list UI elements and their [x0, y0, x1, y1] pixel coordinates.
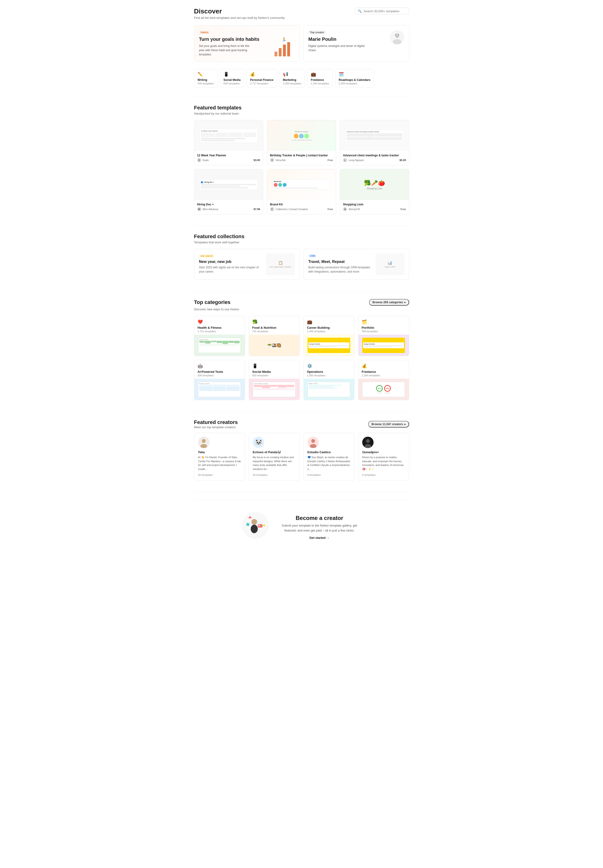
- creator-avatar-2: [308, 437, 319, 448]
- become-creator-section: Become a creator Submit your template to…: [194, 500, 409, 554]
- collection-tag-1: CRM: [308, 254, 317, 258]
- template-price-3: $7.99: [254, 208, 260, 210]
- hero-creator-card[interactable]: Top creator Marie Poulin Digital systems…: [303, 25, 409, 62]
- roadmaps-icon: 🗓️: [339, 72, 344, 77]
- template-info-row-0: E Eado $3.00: [197, 158, 260, 162]
- creator-name-3: 1tunedpro+: [362, 450, 405, 454]
- template-author-5: A Ahmad M: [343, 207, 360, 211]
- cat-card-health[interactable]: ❤️ Health & Fitness 1,721 templates Heal…: [194, 316, 245, 356]
- creator-card-1[interactable]: 🐼 Echoes of Panda🐼 My focus is on creati…: [249, 433, 300, 480]
- template-info-3: Hiring Doc + M Mmr Advisory $7.99: [194, 200, 263, 214]
- cat-card-header-portfolio: 🗂️ Portfolio 308 templates: [359, 316, 409, 335]
- svg-point-22: [251, 519, 257, 525]
- cat-card-header-health: ❤️ Health & Fitness 1,721 templates: [194, 316, 245, 335]
- creator-card-3[interactable]: 1tunedpro+ Driven by a purpose to realiz…: [358, 433, 409, 480]
- featured-creators-section: Featured creators Meet our top template …: [194, 419, 409, 480]
- template-thumb-3: 👥 Hiring Doc +: [194, 169, 263, 200]
- category-pill-writing[interactable]: ✏️ Writing 430 templates: [194, 69, 218, 88]
- featured-collections-section: Featured collections Templates that work…: [194, 233, 409, 280]
- template-info-2: Advanced client meetings & tasks tracker…: [340, 151, 409, 165]
- cat-card-food[interactable]: 🥦 Food & Nutrition 731 templates 🥗🍱🥘: [249, 316, 300, 356]
- creator-name-0: Teka: [198, 450, 241, 454]
- collection-card-1[interactable]: CRM Travel, Meet, Repeat Build lasting c…: [303, 249, 409, 280]
- ai-cat-icon: 🤖: [198, 363, 241, 369]
- creator-tag: Top creator: [308, 31, 326, 34]
- template-thumb-2: Advanced client meetings & tasks tracker: [340, 120, 409, 151]
- collection-text-0: Job search New year, new job Start 2025 …: [199, 254, 263, 274]
- page-subtitle: Find all the best templates and set-ups …: [194, 16, 285, 20]
- cat-card-social[interactable]: 📱 Social Media 830 templates Social Medi…: [249, 360, 300, 400]
- cat-card-header-career: 💼 Career Building 1,445 templates: [304, 316, 354, 335]
- hero-habits-card[interactable]: Habits Turn your goals into habits Set y…: [194, 25, 300, 62]
- cat-card-portfolio[interactable]: 🗂️ Portfolio 308 templates Design Portfo…: [358, 316, 409, 356]
- collection-thumb-box-1: 📊 Sales CRM: [376, 254, 404, 275]
- finance-icon: 💰: [250, 72, 255, 77]
- collection-desc-0: Start 2025 with sights set on the next c…: [199, 265, 263, 274]
- cat-card-header-social: 📱 Social Media 830 templates: [249, 360, 300, 379]
- creator-card-2[interactable]: Estudio Caótico 💙 Soy Steph, la mente cr…: [303, 433, 354, 480]
- category-pill-marketing[interactable]: 📢 Marketing 2,000 templates: [280, 69, 305, 88]
- browse-categories-label: Browse 265 categories: [373, 301, 403, 304]
- template-card-2[interactable]: Advanced client meetings & tasks tracker…: [340, 120, 409, 165]
- become-creator-desc: Submit your template to the Notion templ…: [277, 523, 362, 533]
- template-author-1: V Veruchik: [270, 158, 286, 162]
- featured-templates-sub: Handpicked by our editorial team: [194, 112, 409, 115]
- creator-name: Marie Poulin: [308, 37, 404, 42]
- creator-desc-1: My focus is on creating intuitive and im…: [253, 455, 296, 471]
- cat-card-career[interactable]: 💼 Career Building 1,445 templates Design…: [303, 316, 354, 356]
- categories-row: ✏️ Writing 430 templates 📱 Social Media …: [194, 69, 409, 88]
- freelance-name: Freelance: [311, 78, 324, 82]
- creator-card-0[interactable]: Teka Hi 👋 I'm Daniel, Founder of Teka, C…: [194, 433, 245, 480]
- portfolio-cat-thumb: Design Portfolio: [359, 335, 409, 356]
- creator-desc-0: Hi 👋 I'm Daniel, Founder of Teka, Center…: [198, 455, 241, 471]
- top-cats-header: Top categories Browse 265 categories ●: [194, 299, 409, 306]
- health-cat-count: 1,721 templates: [198, 330, 241, 333]
- search-input[interactable]: [363, 9, 406, 13]
- template-card-1[interactable]: PEOPLE tracker contacts, relationships, …: [267, 120, 336, 165]
- cat-card-operations[interactable]: ⚙️ Operations 1,090 templates Butler's O…: [303, 360, 354, 400]
- freelance-cat-icon: 💰: [362, 363, 406, 369]
- collections-grid: Job search New year, new job Start 2025 …: [194, 249, 409, 280]
- page-title: Discover: [194, 8, 285, 15]
- cat-card-freelance[interactable]: 💰 Freelance 2,264 templates 61% Income 3…: [358, 360, 409, 400]
- marketing-name: Marketing: [283, 78, 297, 82]
- creators-header: Featured creators Meet our top template …: [194, 419, 409, 429]
- browse-creators-button[interactable]: Browse 11,547 creators ●: [368, 421, 409, 428]
- writing-count: 430 templates: [198, 82, 214, 85]
- browse-creators-icon: ●: [404, 423, 406, 426]
- creators-sub: Meet our top template creators: [194, 425, 238, 429]
- featured-templates-section: Featured templates Handpicked by our edi…: [194, 105, 409, 214]
- health-cat-thumb: Health Tracker: [194, 335, 245, 356]
- get-started-link[interactable]: Get started →: [309, 536, 329, 539]
- browse-categories-button[interactable]: Browse 265 categories ●: [369, 299, 409, 306]
- template-name-0: 12 Week Year Planner: [197, 154, 260, 157]
- category-pill-finance[interactable]: 💰 Personal Finance 2,717 templates: [246, 69, 277, 88]
- cat-card-ai[interactable]: 🤖 AI-Powered Tools 208 templates Project…: [194, 360, 245, 400]
- featured-collections-header: Featured collections Templates that work…: [194, 233, 409, 244]
- template-card-5[interactable]: 🥦🥕🍅 Shopping Lists Shopping Lists A Ahma…: [340, 169, 409, 214]
- author-avatar-3: M: [197, 207, 201, 211]
- ops-cat-thumb: Butler's OKRs: [304, 379, 354, 400]
- template-author-0: E Eado: [197, 158, 209, 162]
- writing-icon: ✏️: [198, 72, 203, 77]
- search-bar[interactable]: 🔍: [355, 8, 409, 15]
- category-pill-social[interactable]: 📱 Social Media 830 templates: [220, 69, 244, 88]
- author-avatar-5: A: [343, 207, 347, 211]
- template-card-3[interactable]: 👥 Hiring Doc + Hiring Doc + M Mmr Adviso…: [194, 169, 263, 214]
- author-avatar-2: L: [343, 158, 347, 162]
- template-card-0[interactable]: 12 Week Year Planner 12 Week Year Planne…: [194, 120, 263, 165]
- category-pill-freelance[interactable]: 💼 Freelance 2,264 templates: [307, 69, 333, 88]
- freelance-cat-thumb: 61% Income 39% Expenses: [359, 379, 409, 400]
- template-card-4[interactable]: Brand Kit Brand Kit C Cat: [267, 169, 336, 214]
- category-pill-roadmaps[interactable]: 🗓️ Roadmaps & Calendars 2,059 templates: [335, 69, 374, 88]
- roadmaps-name: Roadmaps & Calendars: [339, 78, 371, 82]
- svg-rect-1: [279, 48, 281, 56]
- header-left: Discover Find all the best templates and…: [194, 8, 285, 20]
- template-info-row-3: M Mmr Advisory $7.99: [197, 207, 260, 211]
- template-name-1: Birthday Tracker & People | contact trac…: [270, 154, 333, 157]
- author-avatar-1: V: [270, 158, 274, 162]
- collection-card-0[interactable]: Job search New year, new job Start 2025 …: [194, 249, 300, 280]
- template-author-3: M Mmr Advisory: [197, 207, 219, 211]
- marketing-icon: 📢: [283, 72, 288, 77]
- template-name-3: Hiring Doc +: [197, 203, 260, 206]
